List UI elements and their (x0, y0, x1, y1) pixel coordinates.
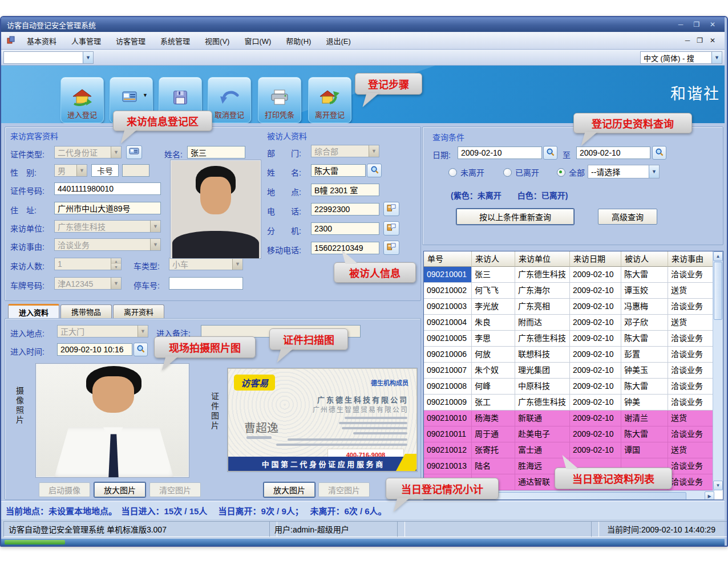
card-reader-button[interactable] (126, 145, 142, 159)
phone-call-button-1[interactable] (383, 202, 399, 216)
column-header[interactable]: 单号 (424, 251, 472, 267)
ext-input[interactable]: 2300 (311, 222, 379, 235)
chevron-down-icon[interactable]: ▼ (649, 165, 659, 178)
id-clear-button[interactable]: 清空图片 (318, 482, 370, 497)
dept-combo[interactable]: 综合部▼ (311, 145, 379, 157)
chevron-down-icon[interactable]: ▼ (83, 52, 93, 63)
id-zoom-button[interactable]: 放大图片 (264, 482, 315, 497)
menu-item[interactable]: 帮助(H) (278, 33, 318, 48)
language-select[interactable]: 中文 (简体) - 搜 ▼ (640, 51, 722, 64)
radio-not-left[interactable]: 未离开 (448, 166, 484, 178)
date-from-input[interactable]: 2009-02-10 (458, 147, 542, 159)
menu-item[interactable]: 人事管理 (64, 33, 108, 48)
id-card-company2: 广州德生智盟贸易有限公司 (313, 404, 409, 414)
table-row[interactable]: 090210010 杨海类 新联通 2009-02-10 谢清兰 送货 (424, 410, 714, 426)
visitor-count-spinner[interactable]: 1 ▲▼ (54, 258, 122, 270)
date-to-input[interactable]: 2009-02-10 (576, 147, 650, 159)
table-row[interactable]: 090210011 周于通 赴美电子 2009-02-10 陈大雷 洽谈业务 (424, 426, 714, 442)
minimize-icon[interactable]: ─ (674, 20, 687, 30)
id-number-input[interactable]: 4401111980010 (54, 182, 161, 195)
mdi-restore-icon[interactable]: ❐ (697, 36, 703, 44)
print-receipt-button[interactable]: 打印凭条 (258, 77, 301, 123)
interviewee-name-input[interactable]: 陈大雷 (311, 164, 366, 177)
radio-all[interactable]: 全部 (557, 166, 585, 178)
enter-registration-button[interactable]: 进入登记 (60, 77, 104, 123)
plate-combo[interactable]: 津A12345▼ (54, 277, 122, 290)
menu-item[interactable]: 窗口(W) (237, 33, 278, 48)
requery-button[interactable]: 按以上条件重新查询 (456, 209, 574, 225)
table-row[interactable]: 090210004 朱良 附而达 2009-02-10 邓子欣 送货 (424, 315, 714, 331)
scroll-down-icon[interactable]: ▼ (713, 481, 723, 490)
callout-visitor-area: 来访信息登记区 (113, 111, 212, 131)
entry-time-input[interactable]: 2009-02-10 10:16 (57, 343, 132, 356)
menu-item[interactable]: 基本资料 (19, 33, 64, 48)
phone-input[interactable]: 22992300 (311, 203, 379, 216)
menu-item[interactable]: 访客管理 (108, 33, 153, 48)
chevron-down-icon[interactable]: ▼ (711, 52, 722, 63)
tab-carried-items[interactable]: 携带物品 (60, 304, 112, 318)
table-row[interactable]: 090210005 李思 广东德生科技 2009-02-10 陈大雷 洽谈业务 (424, 331, 714, 347)
scroll-right-icon[interactable]: ▶ (705, 491, 714, 500)
date-to-picker-button[interactable] (652, 146, 666, 160)
visit-reason-combo[interactable]: 洽谈业务▼ (54, 238, 161, 251)
entry-time-picker-button[interactable] (134, 343, 148, 356)
chevron-down-icon: ▼ (232, 258, 242, 270)
mdi-minimize-icon[interactable]: ─ (685, 36, 690, 44)
close-icon[interactable]: ✕ (706, 20, 719, 30)
radio-left[interactable]: 已离开 (503, 166, 539, 178)
radio-checked-icon[interactable] (557, 168, 565, 177)
mdi-close-icon[interactable]: ✕ (710, 36, 715, 44)
table-row[interactable]: 090210001 张三 广东德生科技 2009-02-10 陈大雷 洽谈业务 (424, 267, 714, 283)
menu-item[interactable]: 视图(V) (197, 33, 237, 48)
id-image-vertical-label: 证件图片 (209, 392, 220, 431)
location-input[interactable]: B幢 2301 室 (311, 184, 379, 196)
radio-icon[interactable] (503, 168, 512, 177)
card-no-input[interactable] (122, 164, 149, 177)
name-search-button[interactable] (367, 164, 382, 177)
query-group (422, 127, 723, 245)
address-input[interactable]: 广州市中山大道89号 (54, 202, 161, 214)
column-header[interactable]: 来访事由 (668, 251, 714, 267)
visit-company-combo[interactable]: 广东德生科技▼ (54, 220, 161, 233)
table-row[interactable]: 090210006 何放 联想科技 2009-02-10 彭置 洽谈业务 (424, 347, 714, 363)
date-from-picker-button[interactable] (543, 146, 557, 160)
table-row[interactable]: 090210009 张工 广东德生科技 2009-02-10 钟美 洽谈业务 (424, 395, 714, 410)
column-header[interactable]: 来访单位 (515, 251, 570, 267)
vertical-scrollbar[interactable]: ▲ ▼ (713, 251, 723, 490)
filter-select[interactable]: --请选择 ▼ (588, 165, 660, 178)
advanced-query-button[interactable]: 高级查询 (598, 209, 657, 225)
cancel-registration-button[interactable]: 取消登记 (208, 77, 251, 123)
restore-icon[interactable]: ❐ (690, 20, 703, 30)
visitor-name-input[interactable]: 张三 (187, 146, 245, 158)
table-row[interactable]: 090210002 何飞飞 广东海尔 2009-02-10 谭玉姣 送货 (424, 283, 714, 299)
statusbar-current-time: 当前时间:2009-02-10 14:40:29 (591, 521, 728, 537)
leave-registration-button[interactable]: 离开登记 (308, 77, 351, 123)
camera-clear-button[interactable]: 清空图片 (149, 482, 201, 497)
tab-entry-info[interactable]: 进入资料 (8, 304, 59, 318)
gender-combo[interactable]: 男▼ (54, 164, 87, 177)
column-header[interactable]: 来访日期 (570, 251, 621, 267)
menu-item[interactable]: 系统管理 (153, 33, 197, 48)
menu-item[interactable]: 退出(E) (318, 33, 358, 48)
column-header[interactable]: 被访人 (621, 251, 668, 267)
table-row[interactable]: 090210008 何峰 中原科技 2009-02-10 陈大雷 洽谈业务 (424, 379, 714, 395)
bottom-progress-strip (1, 539, 725, 546)
vehicle-type-combo[interactable]: 小车▼ (169, 258, 243, 270)
quick-select-combo[interactable]: ▼ (3, 51, 94, 64)
spinner-arrows-icon[interactable]: ▲▼ (111, 258, 121, 270)
parking-input[interactable] (169, 277, 243, 290)
chevron-down-icon: ▼ (111, 278, 121, 289)
column-header[interactable]: 来访人 (472, 251, 515, 267)
scroll-up-icon[interactable]: ▲ (713, 251, 723, 261)
id-type-combo[interactable]: 二代身份证▼ (54, 146, 122, 158)
start-camera-button[interactable]: 启动摄像 (39, 482, 90, 497)
phone-call-button-2[interactable] (383, 221, 399, 235)
entry-location-combo[interactable]: 正大门▼ (57, 325, 148, 338)
table-row[interactable]: 090210007 朱个奴 理光集团 2009-02-10 钟美玉 洽谈业务 (424, 363, 714, 379)
phone-call-button-3[interactable] (383, 241, 399, 255)
tab-leave-info[interactable]: 离开资料 (113, 304, 164, 318)
radio-icon[interactable] (448, 168, 457, 177)
table-row[interactable]: 090210003 李光放 广东亮相 2009-02-10 冯惠梅 洽谈业务 (424, 299, 714, 315)
camera-zoom-button[interactable]: 放大图片 (94, 482, 145, 497)
chevron-down-icon[interactable]: ▼ (143, 92, 148, 98)
